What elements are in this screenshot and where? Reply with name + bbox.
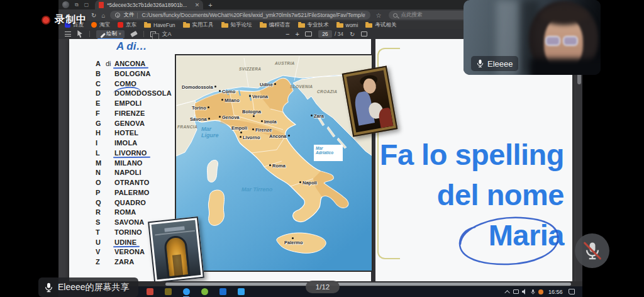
tab-title: *5decee3c3c7b1de326a18901b... <box>107 2 192 8</box>
fit-page-icon[interactable] <box>305 31 312 36</box>
taskbar-app-icon[interactable] <box>219 288 226 296</box>
bookmark-icon <box>91 22 97 28</box>
horizontal-scrollbar-thumb[interactable] <box>165 283 571 286</box>
address-bar[interactable]: 文件 C:/Users/funcky/Documents/WeChat%20Fi… <box>110 11 370 20</box>
alphabet-word: MILANO <box>114 159 143 167</box>
slide-title: A di… <box>116 40 147 53</box>
bookmark-item[interactable]: 实用工具 <box>183 21 214 29</box>
bookmark-item[interactable]: 考试相关 <box>365 21 396 29</box>
mic-muted-button[interactable] <box>575 233 609 268</box>
tab-close-icon[interactable]: ✕ <box>195 2 200 8</box>
search-icon <box>393 13 397 18</box>
alphabet-letter: U <box>96 238 101 246</box>
city-dot-icon <box>214 86 216 87</box>
hotel-entrance-photo <box>148 216 204 283</box>
webcam-video-tile[interactable]: Eleeee <box>464 0 601 75</box>
url-text: C:/Users/funcky/Documents/WeChat%20Files… <box>142 12 365 18</box>
map-city-label: Torino <box>192 105 211 111</box>
search-placeholder: 点此搜索 <box>401 11 422 19</box>
alphabet-word: TORINO <box>114 228 142 236</box>
eraser-tool-icon[interactable] <box>130 31 138 37</box>
toc-menu-icon[interactable] <box>65 31 71 36</box>
alphabet-word: VERONA <box>114 248 145 255</box>
page-view-icon[interactable] <box>150 31 156 37</box>
draw-tool-label: 绘制 <box>106 30 117 38</box>
painting-canvas <box>347 70 394 132</box>
person-fringe <box>540 6 588 25</box>
alphabet-letter: Z <box>96 258 100 266</box>
action-center-icon[interactable] <box>569 289 575 294</box>
city-dot-icon <box>240 136 242 138</box>
refresh-icon[interactable]: ↻ <box>91 12 96 19</box>
city-dot-icon <box>219 116 221 118</box>
alphabet-letter: N <box>96 169 101 176</box>
new-tab-button[interactable]: + <box>208 1 212 9</box>
bookmark-icon <box>260 23 267 28</box>
alphabet-letter: G <box>96 120 101 127</box>
browser-logo-icon[interactable] <box>62 1 69 8</box>
slide-page: A di… A di ANCONA B BOLOGNA <box>69 39 572 281</box>
file-protocol-label: 文件 <box>123 11 134 19</box>
taskbar-app-icon[interactable] <box>182 288 190 296</box>
app-notification-icon[interactable] <box>538 289 543 294</box>
bookmark-item[interactable]: 专业技术 <box>298 21 329 29</box>
bookmark-item[interactable]: 京东 <box>118 21 136 29</box>
search-box[interactable]: 点此搜索 <box>389 11 468 20</box>
map-city-label: Zara <box>309 113 324 119</box>
bookmark-item[interactable]: 编程语言 <box>260 21 291 29</box>
alphabet-di: di <box>106 60 111 67</box>
page-info-icon[interactable] <box>115 13 120 18</box>
screen-share-banner: Eleeee的屏幕共享 <box>38 277 138 297</box>
zoom-out-icon[interactable]: − <box>286 30 289 38</box>
taskbar-app-icon[interactable] <box>237 288 245 296</box>
map-city-label: Ancona <box>269 133 291 139</box>
bookmark-item[interactable]: HaveFun <box>144 22 175 28</box>
speaker-icon[interactable] <box>522 289 528 294</box>
alphabet-word: GENOVA <box>114 120 145 127</box>
alphabet-word: DOMODOSSOLA <box>114 89 172 97</box>
alphabet-word: COMO <box>114 80 136 87</box>
city-dot-icon <box>221 99 223 101</box>
page-number-input[interactable]: 26 <box>318 30 332 38</box>
recording-label: 录制中 <box>55 13 87 26</box>
alphabet-word: ZARA <box>114 258 134 266</box>
rotate-page-icon[interactable]: ↻ <box>350 31 355 38</box>
map-city-label: Milano <box>220 98 240 103</box>
glasses-lens <box>563 36 578 46</box>
map-city-label: Udine <box>260 82 277 87</box>
home-icon[interactable]: ⌂ <box>101 12 105 19</box>
bookmark-item[interactable]: 知乎论坛 <box>221 21 252 29</box>
alphabet-word: LIVORNO <box>114 149 147 157</box>
city-dot-icon <box>208 118 210 120</box>
alphabet-word: IMOLA <box>114 139 137 147</box>
taskbar-app-icon[interactable] <box>201 288 208 296</box>
bookmark-item[interactable]: 淘宝 <box>91 21 110 29</box>
city-dot-icon <box>261 120 263 122</box>
chevron-down-icon: ▾ <box>119 31 121 36</box>
select-cursor-icon[interactable] <box>77 30 83 38</box>
tray-expand-icon[interactable] <box>504 290 509 295</box>
taskbar-app-icon[interactable] <box>164 288 172 296</box>
taskbar-app-icon[interactable] <box>146 288 153 296</box>
zoom-in-icon[interactable]: + <box>295 30 299 38</box>
participant-page-indicator[interactable]: 1/12 <box>306 281 340 293</box>
system-tray: 16:56 <box>506 289 575 295</box>
browser-tab[interactable]: *5decee3c3c7b1de326a18901b... ✕ <box>95 0 203 9</box>
map-city-label: Bologna <box>242 109 261 115</box>
tray-mic-icon[interactable] <box>531 289 535 295</box>
bookmark-item[interactable]: womi <box>336 22 358 28</box>
draw-tool-button[interactable]: 绘制 ▾ <box>96 30 125 38</box>
pdf-file-icon <box>99 2 104 8</box>
alphabet-letter: T <box>96 228 100 236</box>
tab-search-icon[interactable]: ⧉ <box>75 0 79 9</box>
vertical-tabs-icon[interactable]: ▢ <box>84 0 89 9</box>
translate-icon[interactable]: 文A <box>162 30 172 38</box>
photo-image <box>152 220 201 280</box>
network-icon[interactable] <box>513 289 519 294</box>
alphabet-word: EMPOLI <box>114 99 142 107</box>
map-city-label: Livorno <box>238 135 260 140</box>
print-icon[interactable] <box>361 31 367 36</box>
alphabet-letter: M <box>96 159 101 167</box>
clock[interactable]: 16:56 <box>548 289 563 295</box>
favorite-star-icon[interactable]: ☆ <box>375 12 381 19</box>
